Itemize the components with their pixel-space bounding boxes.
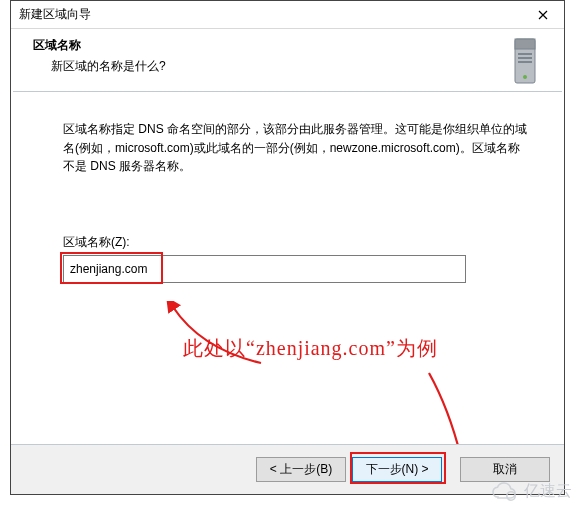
titlebar: 新建区域向导 bbox=[11, 1, 564, 29]
close-button[interactable] bbox=[523, 2, 563, 28]
wizard-body: 区域名称指定 DNS 命名空间的部分，该部分由此服务器管理。这可能是你组织单位的… bbox=[11, 92, 564, 283]
cancel-button[interactable]: 取消 bbox=[460, 457, 550, 482]
zone-name-input[interactable] bbox=[63, 255, 466, 283]
body-description: 区域名称指定 DNS 命名空间的部分，该部分由此服务器管理。这可能是你组织单位的… bbox=[63, 120, 528, 176]
svg-rect-2 bbox=[518, 53, 532, 55]
close-icon bbox=[538, 10, 548, 20]
annotation-arrow-to-input bbox=[161, 301, 271, 371]
svg-rect-3 bbox=[518, 57, 532, 59]
wizard-header: 区域名称 新区域的名称是什么? bbox=[11, 29, 564, 91]
next-button[interactable]: 下一步(N) > bbox=[352, 457, 442, 482]
wizard-subtitle: 新区域的名称是什么? bbox=[51, 58, 504, 75]
server-icon bbox=[504, 35, 548, 87]
svg-point-5 bbox=[523, 75, 527, 79]
annotation-text: 此处以“zhenjiang.com”为例 bbox=[183, 335, 438, 362]
button-bar: < 上一步(B) 下一步(N) > 取消 bbox=[11, 444, 564, 494]
window-title: 新建区域向导 bbox=[19, 6, 91, 23]
wizard-heading: 区域名称 bbox=[33, 37, 504, 54]
wizard-dialog: 新建区域向导 区域名称 新区域的名称是什么? 区域名称指定 DNS 命名空间的部… bbox=[10, 0, 565, 495]
back-button[interactable]: < 上一步(B) bbox=[256, 457, 346, 482]
svg-rect-4 bbox=[518, 61, 532, 63]
svg-rect-1 bbox=[515, 39, 535, 49]
zone-name-label: 区域名称(Z): bbox=[63, 234, 528, 251]
